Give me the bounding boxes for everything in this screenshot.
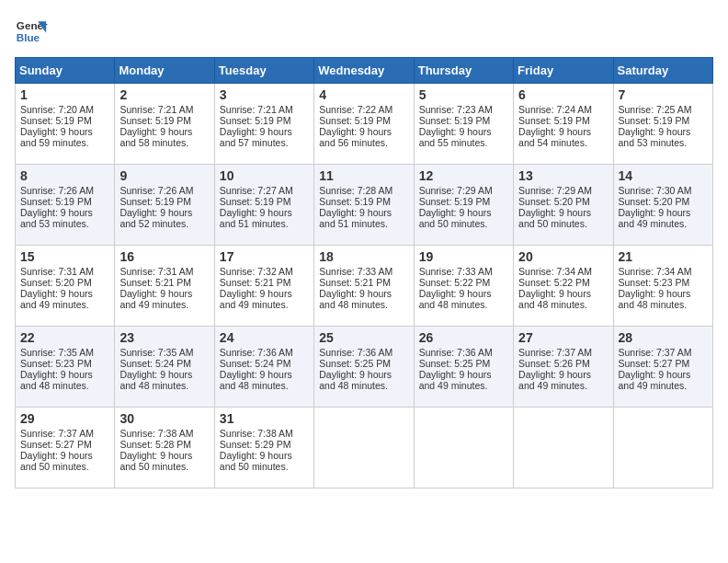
calendar-week-row: 8Sunrise: 7:26 AMSunset: 5:19 PMDaylight…	[16, 165, 713, 246]
day-number: 7	[619, 87, 708, 102]
day-number: 18	[319, 249, 408, 264]
day-number: 13	[518, 168, 608, 183]
sunrise-text: Sunrise: 7:26 AM	[20, 185, 94, 196]
day-of-week-header: Thursday	[414, 58, 513, 84]
daylight-text: Daylight: 9 hours and 49 minutes.	[619, 207, 691, 229]
day-number: 15	[20, 249, 109, 264]
daylight-text: Daylight: 9 hours and 58 minutes.	[119, 126, 192, 148]
daylight-text: Daylight: 9 hours and 51 minutes.	[319, 207, 392, 229]
calendar-cell: 12Sunrise: 7:29 AMSunset: 5:19 PMDayligh…	[414, 165, 513, 246]
calendar-cell: 29Sunrise: 7:37 AMSunset: 5:27 PMDayligh…	[16, 408, 115, 488]
daylight-text: Daylight: 9 hours and 55 minutes.	[419, 126, 492, 148]
sunrise-text: Sunrise: 7:29 AM	[518, 185, 592, 196]
daylight-text: Daylight: 9 hours and 48 minutes.	[119, 369, 192, 391]
daylight-text: Daylight: 9 hours and 48 minutes.	[518, 288, 591, 310]
calendar-cell: 10Sunrise: 7:27 AMSunset: 5:19 PMDayligh…	[214, 165, 313, 246]
calendar-cell: 13Sunrise: 7:29 AMSunset: 5:20 PMDayligh…	[514, 165, 613, 246]
daylight-text: Daylight: 9 hours and 50 minutes.	[119, 450, 192, 472]
daylight-text: Daylight: 9 hours and 53 minutes.	[619, 126, 691, 148]
sunset-text: Sunset: 5:27 PM	[20, 439, 92, 450]
sunrise-text: Sunrise: 7:23 AM	[419, 104, 493, 115]
day-number: 9	[119, 168, 209, 183]
calendar-cell: 1Sunrise: 7:20 AMSunset: 5:19 PMDaylight…	[16, 84, 115, 165]
day-number: 19	[419, 249, 508, 264]
page-header: General Blue	[15, 15, 713, 48]
daylight-text: Daylight: 9 hours and 50 minutes.	[518, 207, 591, 229]
day-number: 21	[619, 249, 708, 264]
day-number: 10	[220, 168, 309, 183]
sunrise-text: Sunrise: 7:33 AM	[319, 266, 392, 277]
sunset-text: Sunset: 5:22 PM	[419, 277, 491, 288]
day-of-week-header: Wednesday	[314, 58, 414, 84]
daylight-text: Daylight: 9 hours and 48 minutes.	[319, 369, 392, 391]
sunrise-text: Sunrise: 7:26 AM	[119, 185, 193, 196]
daylight-text: Daylight: 9 hours and 48 minutes.	[319, 288, 392, 310]
day-number: 28	[619, 330, 708, 345]
day-number: 6	[518, 87, 608, 102]
sunset-text: Sunset: 5:22 PM	[518, 277, 590, 288]
calendar-week-row: 29Sunrise: 7:37 AMSunset: 5:27 PMDayligh…	[16, 408, 713, 488]
day-of-week-header: Monday	[115, 58, 214, 84]
day-number: 31	[220, 411, 309, 426]
calendar-cell: 23Sunrise: 7:35 AMSunset: 5:24 PMDayligh…	[115, 327, 214, 408]
daylight-text: Daylight: 9 hours and 49 minutes.	[220, 288, 292, 310]
daylight-text: Daylight: 9 hours and 54 minutes.	[518, 126, 591, 148]
sunset-text: Sunset: 5:25 PM	[419, 358, 491, 369]
day-number: 5	[419, 87, 508, 102]
sunrise-text: Sunrise: 7:34 AM	[518, 266, 592, 277]
calendar-cell: 9Sunrise: 7:26 AMSunset: 5:19 PMDaylight…	[115, 165, 214, 246]
sunrise-text: Sunrise: 7:36 AM	[419, 347, 493, 358]
day-number: 16	[119, 249, 209, 264]
sunrise-text: Sunrise: 7:29 AM	[419, 185, 493, 196]
sunrise-text: Sunrise: 7:36 AM	[319, 347, 392, 358]
day-number: 14	[619, 168, 708, 183]
calendar-cell: 4Sunrise: 7:22 AMSunset: 5:19 PMDaylight…	[314, 84, 414, 165]
calendar-cell: 8Sunrise: 7:26 AMSunset: 5:19 PMDaylight…	[16, 165, 115, 246]
sunrise-text: Sunrise: 7:22 AM	[319, 104, 392, 115]
sunrise-text: Sunrise: 7:38 AM	[119, 428, 193, 439]
calendar-cell: 24Sunrise: 7:36 AMSunset: 5:24 PMDayligh…	[214, 327, 313, 408]
sunrise-text: Sunrise: 7:28 AM	[319, 185, 392, 196]
daylight-text: Daylight: 9 hours and 56 minutes.	[319, 126, 392, 148]
day-number: 26	[419, 330, 508, 345]
sunrise-text: Sunrise: 7:37 AM	[518, 347, 592, 358]
sunset-text: Sunset: 5:19 PM	[119, 196, 191, 207]
sunset-text: Sunset: 5:26 PM	[518, 358, 590, 369]
sunrise-text: Sunrise: 7:31 AM	[119, 266, 193, 277]
day-number: 23	[119, 330, 209, 345]
calendar-cell: 30Sunrise: 7:38 AMSunset: 5:28 PMDayligh…	[115, 408, 214, 488]
day-number: 1	[20, 87, 109, 102]
day-of-week-header: Saturday	[613, 58, 712, 84]
calendar-cell: 5Sunrise: 7:23 AMSunset: 5:19 PMDaylight…	[414, 84, 513, 165]
sunrise-text: Sunrise: 7:24 AM	[518, 104, 592, 115]
calendar-week-row: 15Sunrise: 7:31 AMSunset: 5:20 PMDayligh…	[16, 246, 713, 327]
daylight-text: Daylight: 9 hours and 49 minutes.	[518, 369, 591, 391]
calendar-cell: 27Sunrise: 7:37 AMSunset: 5:26 PMDayligh…	[514, 327, 613, 408]
day-number: 20	[518, 249, 608, 264]
calendar-cell: 28Sunrise: 7:37 AMSunset: 5:27 PMDayligh…	[613, 327, 712, 408]
calendar-cell	[613, 408, 712, 488]
calendar-cell	[414, 408, 513, 488]
sunset-text: Sunset: 5:24 PM	[119, 358, 191, 369]
sunset-text: Sunset: 5:19 PM	[518, 115, 590, 126]
sunrise-text: Sunrise: 7:35 AM	[119, 347, 193, 358]
sunset-text: Sunset: 5:19 PM	[319, 196, 391, 207]
daylight-text: Daylight: 9 hours and 48 minutes.	[20, 369, 93, 391]
calendar-cell: 3Sunrise: 7:21 AMSunset: 5:19 PMDaylight…	[214, 84, 313, 165]
calendar-body: 1Sunrise: 7:20 AMSunset: 5:19 PMDaylight…	[16, 84, 713, 488]
sunset-text: Sunset: 5:19 PM	[20, 196, 92, 207]
daylight-text: Daylight: 9 hours and 53 minutes.	[20, 207, 93, 229]
daylight-text: Daylight: 9 hours and 59 minutes.	[20, 126, 93, 148]
sunrise-text: Sunrise: 7:30 AM	[619, 185, 692, 196]
sunset-text: Sunset: 5:29 PM	[220, 439, 291, 450]
calendar-cell: 31Sunrise: 7:38 AMSunset: 5:29 PMDayligh…	[214, 408, 313, 488]
sunset-text: Sunset: 5:28 PM	[119, 439, 191, 450]
sunset-text: Sunset: 5:27 PM	[619, 358, 690, 369]
daylight-text: Daylight: 9 hours and 50 minutes.	[20, 450, 93, 472]
day-number: 2	[119, 87, 209, 102]
sunset-text: Sunset: 5:19 PM	[619, 115, 690, 126]
sunset-text: Sunset: 5:23 PM	[20, 358, 92, 369]
calendar-cell: 14Sunrise: 7:30 AMSunset: 5:20 PMDayligh…	[613, 165, 712, 246]
calendar-cell: 26Sunrise: 7:36 AMSunset: 5:25 PMDayligh…	[414, 327, 513, 408]
day-number: 4	[319, 87, 408, 102]
